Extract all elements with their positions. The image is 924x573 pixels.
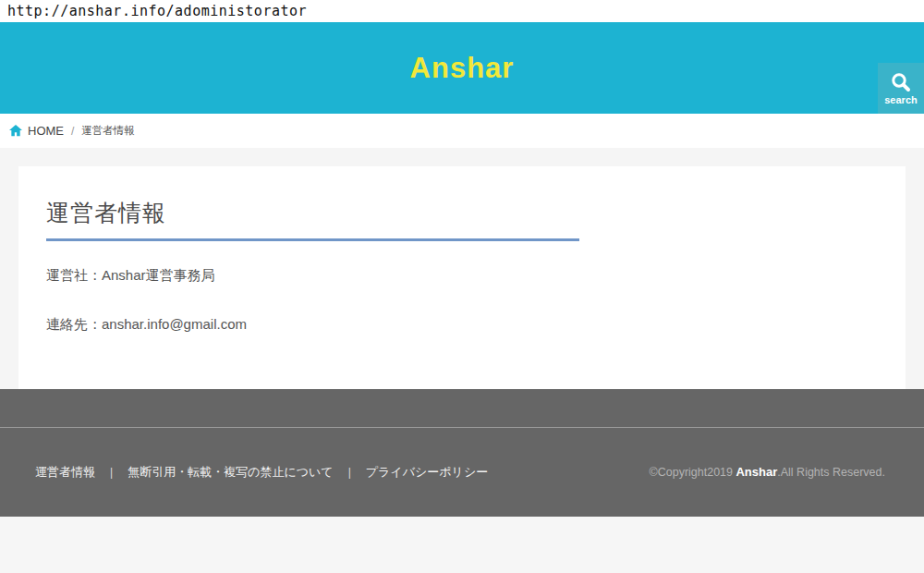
footer-link-privacy-policy[interactable]: プライバシーポリシー: [366, 464, 488, 481]
search-icon: [889, 71, 913, 93]
footer-main: 運営者情報 | 無断引用・転載・複写の禁止について | プライバシーポリシー ©…: [0, 427, 924, 516]
url-text: http://anshar.info/adoministorator: [7, 3, 307, 19]
footer-link-operator-info[interactable]: 運営者情報: [35, 464, 95, 481]
footer-top-strip: [0, 389, 924, 427]
breadcrumb-home-link[interactable]: HOME: [28, 124, 64, 138]
page-title: 運営者情報: [46, 198, 579, 241]
site-footer: 運営者情報 | 無断引用・転載・複写の禁止について | プライバシーポリシー ©…: [0, 389, 924, 517]
home-icon: [9, 125, 22, 137]
page-background: 運営者情報 運営社：Anshar運営事務局 連絡先：anshar.info@gm…: [0, 148, 924, 389]
footer-link-separator: |: [110, 466, 113, 479]
breadcrumb: HOME / 運営者情報: [9, 124, 135, 138]
copyright-text: ©Copyright2019 Anshar.All Rights Reserve…: [649, 465, 885, 479]
breadcrumb-current: 運営者情報: [81, 124, 135, 138]
content-card: 運営者情報 運営社：Anshar運営事務局 連絡先：anshar.info@gm…: [18, 166, 906, 389]
breadcrumb-bar: HOME / 運営者情報: [0, 114, 924, 148]
search-button-label: search: [884, 94, 917, 105]
footer-links: 運営者情報 | 無断引用・転載・複写の禁止について | プライバシーポリシー: [35, 464, 488, 481]
site-header: Anshar search: [0, 22, 924, 114]
search-button[interactable]: search: [878, 63, 924, 114]
copyright-prefix: ©Copyright2019: [649, 466, 736, 479]
bottom-strip: [0, 517, 924, 573]
breadcrumb-separator: /: [71, 125, 74, 138]
footer-link-separator: |: [348, 466, 351, 479]
site-logo[interactable]: Anshar: [0, 52, 924, 85]
footer-link-no-reproduction[interactable]: 無断引用・転載・複写の禁止について: [128, 464, 334, 481]
copyright-suffix: .All Rights Reserved.: [777, 466, 885, 479]
url-bar: http://anshar.info/adoministorator: [0, 0, 924, 22]
operator-line: 運営社：Anshar運営事務局: [46, 267, 878, 285]
copyright-brand: Anshar: [736, 465, 777, 479]
contact-line: 連絡先：anshar.info@gmail.com: [46, 316, 878, 334]
